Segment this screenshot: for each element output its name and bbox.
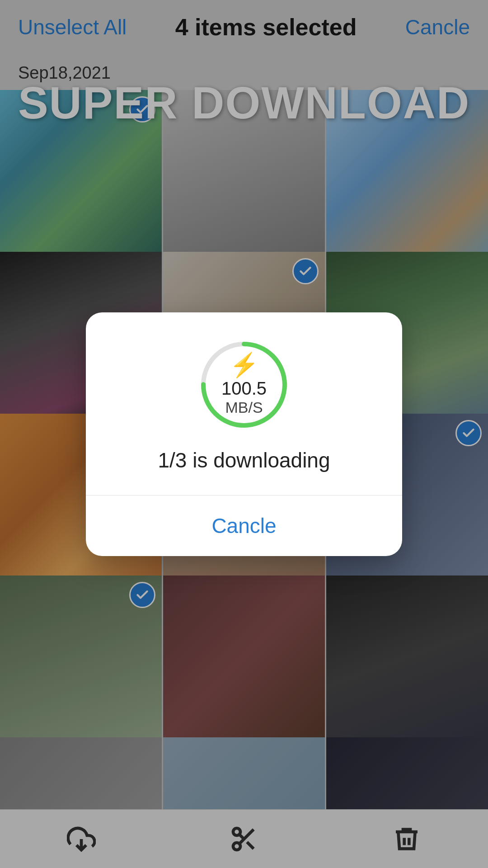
speed-value: 100.5 [221,378,267,399]
download-modal: ⚡ 100.5 MB/S 1/3 is downloading Cancle [86,312,402,556]
modal-cancel-button[interactable]: Cancle [108,495,380,556]
circle-inner: ⚡ 100.5 MB/S [199,340,289,430]
progress-circle-container: ⚡ 100.5 MB/S [199,340,289,430]
speed-unit: MB/S [225,399,263,416]
download-status: 1/3 is downloading [158,448,330,472]
modal-overlay: ⚡ 100.5 MB/S 1/3 is downloading Cancle [0,0,488,868]
lightning-icon: ⚡ [230,353,259,377]
